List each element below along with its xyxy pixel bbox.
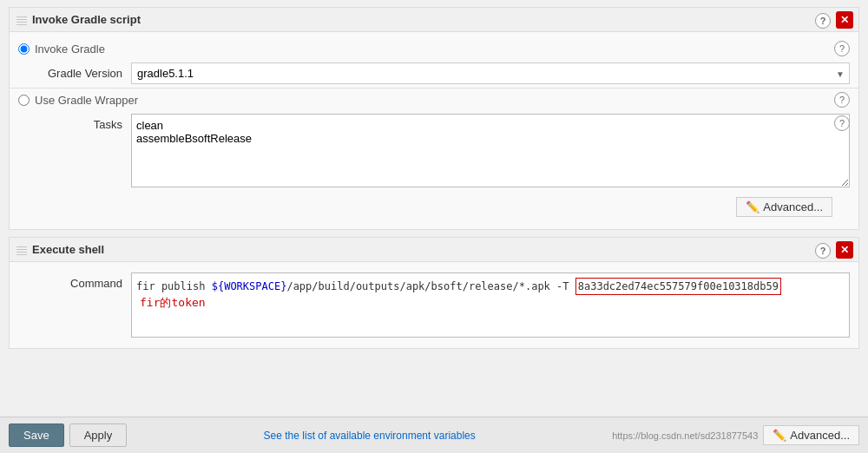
invoke-advanced-button[interactable]: ✏️ Advanced... <box>736 197 832 217</box>
help-wrapper-radio-icon[interactable]: ? <box>834 92 850 108</box>
gradle-version-content: gradle5.1.1 gradle4.10.3 gradle3.5 ▼ <box>131 62 850 84</box>
footer-center: See the list of available environment va… <box>132 430 607 442</box>
gradle-version-select-wrapper: gradle5.1.1 gradle4.10.3 gradle3.5 ▼ <box>131 62 850 84</box>
command-line: fir publish ${WORKSPACE} /app/build/outp… <box>136 278 845 295</box>
command-box: fir publish ${WORKSPACE} /app/build/outp… <box>131 272 850 338</box>
footer-advanced-button[interactable]: ✏️ Advanced... <box>763 425 859 445</box>
token-value: 8a33dc2ed74ec557579f00e10318db59 <box>575 278 781 295</box>
footer-right: https://blog.csdn.net/sd231877543 ✏️ Adv… <box>612 425 859 445</box>
command-row: Command fir publish ${WORKSPACE} /app/bu… <box>10 269 858 341</box>
help-tasks-icon[interactable]: ? <box>834 115 850 131</box>
invoke-gradle-section: Invoke Gradle script ✕ ? Invoke Gradle ?… <box>9 7 859 230</box>
workspace-var: ${WORKSPACE} <box>212 279 287 294</box>
invoke-gradle-radio-label: Invoke Gradle <box>35 43 105 56</box>
command-prefix: fir publish <box>136 279 212 294</box>
close-execute-shell-button[interactable]: ✕ <box>836 241 853 259</box>
help-execute-shell-icon[interactable]: ? <box>815 243 831 259</box>
invoke-gradle-radio-row: Invoke Gradle ? <box>10 39 858 59</box>
env-vars-link[interactable]: See the list of available environment va… <box>264 430 476 442</box>
invoke-gradle-title: Invoke Gradle script <box>32 13 141 26</box>
footer-bar: Save Apply See the list of available env… <box>0 417 868 453</box>
tasks-content: clean assembleBsoftRelease <box>131 114 850 190</box>
drag-handle[interactable] <box>16 15 27 25</box>
tasks-row: Tasks clean assembleBsoftRelease ? <box>10 110 858 194</box>
command-annotation-row: fir的token <box>136 295 845 311</box>
edit-icon: ✏️ <box>746 200 760 213</box>
help-invoke-radio-icon[interactable]: ? <box>834 41 850 56</box>
tasks-textarea[interactable]: clean assembleBsoftRelease <box>131 114 850 187</box>
use-gradle-wrapper-radio-row: Use Gradle Wrapper ? <box>10 88 858 110</box>
apply-button[interactable]: Apply <box>69 423 128 447</box>
command-label: Command <box>18 272 131 290</box>
execute-shell-title: Execute shell <box>32 243 104 256</box>
execute-shell-drag-handle[interactable] <box>16 245 27 255</box>
tasks-label: Tasks <box>18 114 131 131</box>
execute-shell-content: Command fir publish ${WORKSPACE} /app/bu… <box>10 262 858 348</box>
invoke-advanced-row: ✏️ Advanced... <box>10 194 858 222</box>
save-button[interactable]: Save <box>9 423 64 447</box>
invoke-gradle-content: Invoke Gradle ? Gradle Version gradle5.1… <box>10 32 858 229</box>
gradle-version-row: Gradle Version gradle5.1.1 gradle4.10.3 … <box>10 59 858 88</box>
use-gradle-wrapper-radio[interactable] <box>18 95 30 106</box>
command-mid: /app/build/outputs/apk/bsoft/release/*.a… <box>286 279 575 294</box>
help-invoke-gradle-icon[interactable]: ? <box>815 13 831 29</box>
gradle-version-label: Gradle Version <box>18 62 131 80</box>
close-invoke-gradle-button[interactable]: ✕ <box>836 11 853 29</box>
command-content: fir publish ${WORKSPACE} /app/build/outp… <box>131 272 850 338</box>
token-annotation: fir的token <box>136 296 206 309</box>
footer-left: Save Apply <box>9 423 127 447</box>
main-container: Invoke Gradle script ✕ ? Invoke Gradle ?… <box>0 0 868 453</box>
footer-edit-icon: ✏️ <box>773 429 786 442</box>
execute-shell-header: Execute shell ✕ ? <box>10 238 858 262</box>
invoke-gradle-radio[interactable] <box>18 43 30 55</box>
execute-shell-section: Execute shell ✕ ? Command fir publish ${… <box>9 237 859 349</box>
use-gradle-wrapper-label: Use Gradle Wrapper <box>35 94 138 107</box>
gradle-version-select[interactable]: gradle5.1.1 gradle4.10.3 gradle3.5 <box>131 62 850 84</box>
footer-url: https://blog.csdn.net/sd231877543 <box>612 430 758 441</box>
invoke-gradle-header: Invoke Gradle script ✕ ? <box>10 8 858 32</box>
